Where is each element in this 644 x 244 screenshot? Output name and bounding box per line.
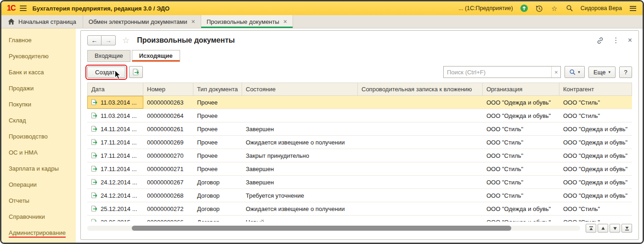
column-header[interactable]: Сопроводительная записка к вложению	[358, 83, 483, 96]
cell-number[interactable]: 00000000267	[143, 176, 193, 189]
cell-date[interactable]: 14.11.2014 ...	[87, 122, 143, 135]
sidebar-item[interactable]: Отчеты	[1, 193, 76, 209]
column-header[interactable]: Тип документа	[193, 83, 242, 96]
cell-date[interactable]: 24.12.2014 ...	[87, 176, 143, 189]
cell-number[interactable]: 00000000261	[143, 122, 193, 135]
sidebar-item[interactable]: ОС и НМА	[1, 144, 76, 161]
cell-state[interactable]: Завершен	[242, 122, 358, 135]
sidebar-item[interactable]: Администрирование	[1, 225, 76, 241]
cell-date[interactable]: 17.11.2014 ...	[87, 162, 143, 175]
get-link-icon[interactable]	[596, 37, 604, 44]
cell-note[interactable]	[358, 122, 483, 135]
table-row[interactable]: 24.12.2014 ... 00000000267 Договор Завер…	[87, 176, 632, 189]
cell-number[interactable]: 00000000264	[143, 109, 193, 122]
cell-organization[interactable]: ООО "Стиль"	[483, 149, 559, 162]
sidebar-item[interactable]: Продажи	[1, 80, 76, 96]
cell-note[interactable]	[358, 176, 483, 189]
cell-note[interactable]	[358, 216, 483, 222]
sidebar-item[interactable]: Справочники	[1, 209, 76, 225]
horizontal-scrollbar[interactable]	[87, 226, 580, 231]
cell-doc-type[interactable]: Прочее	[193, 109, 242, 122]
cell-doc-type[interactable]: Прочее	[193, 149, 242, 162]
sidebar-item[interactable]: Производство	[1, 128, 76, 144]
cell-date[interactable]: 28.06.2015 ...	[87, 216, 143, 222]
cell-date[interactable]: 11.03.2014 ...	[87, 96, 143, 109]
cell-number[interactable]: 00000000269	[143, 136, 193, 149]
create-button[interactable]: Создать	[87, 67, 125, 78]
cell-counterparty[interactable]: ООО "Одежда и обувь"	[559, 162, 632, 175]
cell-doc-type[interactable]: Договор	[193, 189, 242, 202]
sidebar-item[interactable]: Зарплата и кадры	[1, 161, 76, 177]
cell-number[interactable]: 00000000268	[143, 189, 193, 202]
view-tab[interactable]: Исходящие	[132, 50, 180, 62]
cell-organization[interactable]: ООО "Стиль"	[483, 136, 559, 149]
main-menu-icon[interactable]	[20, 6, 27, 11]
table-row[interactable]: 17.11.2014 ... 00000000269 Прочее Ожидае…	[87, 136, 632, 149]
cell-number[interactable]: 00000000263	[143, 96, 193, 109]
clear-search-icon[interactable]: ×	[551, 67, 560, 78]
cell-organization[interactable]: ООО "Стиль"	[483, 122, 559, 135]
cell-number[interactable]: 00000000271	[143, 162, 193, 175]
cell-note[interactable]	[358, 202, 483, 215]
app-tab[interactable]: Произвольные документы ×	[201, 15, 293, 28]
cell-counterparty[interactable]: ООО "Стиль"	[559, 96, 632, 109]
sidebar-item[interactable]: Склад	[1, 112, 76, 128]
cell-organization[interactable]: ООО "Стиль"	[483, 162, 559, 175]
page-down-button[interactable]	[610, 224, 620, 233]
history-icon[interactable]	[535, 4, 543, 12]
cell-doc-type[interactable]: Прочее	[193, 96, 242, 109]
cell-date[interactable]: 25.12.2014 ...	[87, 202, 143, 215]
cell-doc-type[interactable]: Прочее	[193, 162, 242, 175]
table-row[interactable]: 17.11.2014 ... 00000000271 Прочее Заверш…	[87, 162, 632, 176]
cell-doc-type[interactable]: Договор	[193, 176, 242, 189]
cell-state[interactable]: Ожидается извещение о получении	[242, 202, 358, 215]
cell-date[interactable]: 17.11.2014 ...	[87, 149, 143, 162]
cell-doc-type[interactable]: Прочее	[193, 122, 242, 135]
table-row[interactable]: 11.03.2014 ... 00000000263 Прочее ООО "О…	[87, 96, 632, 109]
page-up-button[interactable]	[598, 224, 608, 233]
cell-note[interactable]	[358, 189, 483, 202]
cell-counterparty[interactable]: ООО "Одежда и обувь"	[559, 189, 632, 202]
close-form-icon[interactable]: ×	[628, 37, 632, 44]
go-last-button[interactable]	[621, 224, 632, 233]
cell-counterparty[interactable]: ООО "Одежда и обувь"	[559, 122, 632, 135]
home-page-button[interactable]: Начальная страница	[1, 15, 83, 28]
favorites-icon[interactable]: ☆	[550, 4, 559, 12]
search-settings-button[interactable]: ▾	[565, 66, 585, 78]
service-menu-icon[interactable]	[629, 4, 637, 12]
more-button[interactable]: Еще ▾	[588, 67, 616, 78]
cell-organization[interactable]: ООО "Одежда и обувь"	[483, 216, 559, 222]
cell-note[interactable]	[358, 109, 483, 122]
cell-state[interactable]: Завершен	[242, 176, 358, 189]
table-row[interactable]: 17.11.2014 ... 00000000270 Прочее Закрыт…	[87, 149, 632, 162]
cell-date[interactable]: 24.12.2014 ...	[87, 189, 143, 202]
cell-organization[interactable]: ООО "Стиль"	[483, 176, 559, 189]
table-row[interactable]: 28.06.2015 ... 00000000266 Договор Новый…	[87, 216, 632, 222]
cell-counterparty[interactable]: ООО "Стиль"	[559, 216, 632, 222]
cell-note[interactable]	[358, 96, 483, 109]
cell-state[interactable]: Новый	[242, 216, 358, 222]
column-header[interactable]: Организация	[483, 83, 559, 96]
sidebar-item[interactable]: Главное	[1, 32, 76, 48]
table-row[interactable]: 11.03.2014 ... 00000000264 Прочее ООО "О…	[87, 109, 632, 122]
table-row[interactable]: 24.12.2014 ... 00000000268 Договор Требу…	[87, 189, 632, 202]
cell-doc-type[interactable]: Договор	[193, 216, 242, 222]
cell-organization[interactable]: ООО "Одежда и обувь"	[483, 109, 559, 122]
sidebar-item[interactable]: Операции	[1, 177, 76, 193]
column-header[interactable]: Дата	[87, 83, 143, 96]
sidebar-item[interactable]: Банк и касса	[1, 64, 76, 80]
table-row[interactable]: 25.12.2014 ... 00000000272 Договор Ожида…	[87, 202, 632, 216]
cell-date[interactable]: 17.11.2014 ...	[87, 136, 143, 149]
column-header[interactable]: Состояние	[242, 83, 358, 96]
create-from-file-button[interactable]	[129, 66, 143, 78]
cell-number[interactable]: 00000000266	[143, 216, 193, 222]
cell-number[interactable]: 00000000270	[143, 149, 193, 162]
cell-doc-type[interactable]: Договор	[193, 202, 242, 215]
cell-note[interactable]	[358, 162, 483, 175]
favorite-star-icon[interactable]: ☆	[122, 35, 130, 45]
cell-state[interactable]: Завершен	[242, 162, 358, 175]
cell-organization[interactable]: ООО "Одежда и обувь"	[483, 202, 559, 215]
user-name[interactable]: Сидорова Вера	[581, 5, 622, 11]
cell-date[interactable]: 11.03.2014 ...	[87, 109, 143, 122]
column-header[interactable]: Контрагент	[559, 83, 632, 96]
